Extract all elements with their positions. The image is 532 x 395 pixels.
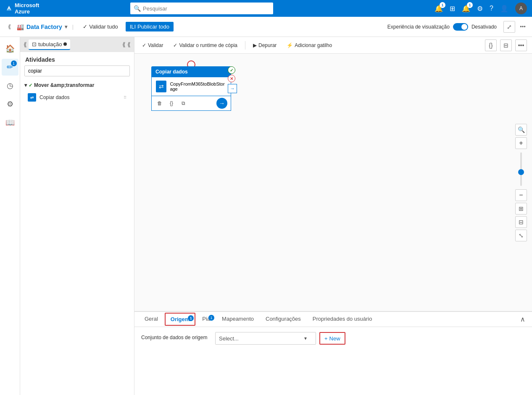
- new-btn-label: New: [329, 335, 340, 342]
- pipeline-modified-dot: [63, 42, 67, 46]
- group-check-icon: ✓: [29, 83, 32, 88]
- pipeline-tab[interactable]: ⊡ tubulação: [29, 39, 70, 50]
- search-bar[interactable]: 🔍: [130, 3, 273, 14]
- add-trigger-button[interactable]: ⚡ Adicionar gatilho: [284, 41, 334, 50]
- tab-origem[interactable]: Origem 1: [165, 313, 196, 326]
- canvas-toolbar-right: {} ⊟ •••: [485, 39, 527, 51]
- node-delete-btn[interactable]: 🗑: [155, 99, 164, 108]
- sub-header: ⟪ 🏭 Data Factory ▾ | ✓ Validar tudo ILI …: [0, 17, 532, 37]
- validate-button[interactable]: ✓ Validar: [140, 41, 166, 50]
- source-dataset-label: Conjunto de dados de origem: [141, 332, 208, 340]
- app-brand: 🏭 Data Factory ▾: [17, 24, 67, 30]
- tab-mapeamento[interactable]: Mapeamento: [217, 313, 259, 325]
- activities-panel: ⟪ ⊡ tubulação ⟪ ⟪ Atividades ▾ ✓ Mover &…: [20, 37, 134, 395]
- node-activity-icon: ⇄: [156, 81, 166, 92]
- zoom-search-icon[interactable]: 🔍: [515, 124, 527, 136]
- table-icon[interactable]: ⊟: [500, 39, 512, 51]
- node-json-btn[interactable]: {}: [167, 99, 176, 108]
- trigger-icon: ⚡: [287, 42, 293, 48]
- json-icon[interactable]: {}: [485, 39, 497, 51]
- help-icon[interactable]: ?: [490, 5, 493, 12]
- group-chevron-icon: ▾: [24, 82, 27, 88]
- plus-icon: +: [324, 335, 328, 342]
- zoom-in-button[interactable]: +: [515, 137, 527, 149]
- drag-handle[interactable]: ⠿: [124, 95, 126, 100]
- settings-icon[interactable]: ⚙: [477, 5, 483, 13]
- edit-badge: 1: [11, 60, 17, 66]
- collapse-icon[interactable]: ⟪: [122, 41, 126, 48]
- toolbar-separator: [245, 41, 245, 50]
- copy-data-icon: ⇄: [28, 93, 36, 102]
- more-options-icon[interactable]: •••: [519, 23, 527, 31]
- more-icon[interactable]: •••: [515, 39, 527, 51]
- activity-search-box[interactable]: [20, 65, 134, 80]
- debug-button[interactable]: ▶ Depurar: [250, 41, 279, 50]
- sidebar-item-monitor[interactable]: ◷: [2, 77, 18, 94]
- activity-search-input[interactable]: [24, 65, 130, 76]
- tab-propriedades[interactable]: Propriedades do usuário: [308, 313, 377, 325]
- canvas: Copiar dados ✓ ✕ ⇄ CopyFromM365toBlobSto…: [134, 54, 532, 311]
- sidebar-item-edit[interactable]: ✏ 1: [2, 59, 18, 76]
- new-dataset-button[interactable]: + New: [319, 332, 345, 345]
- node-body: ⇄ CopyFromM365toBlobStorage →: [151, 77, 231, 96]
- zoom-thumb[interactable]: [518, 169, 524, 175]
- factory-icon: 🏭: [17, 24, 24, 30]
- bottom-panel-collapse-btn[interactable]: ∧: [519, 314, 527, 325]
- notification-bell-icon[interactable]: 🔔 1: [435, 5, 443, 13]
- tab-pia[interactable]: Pia 1: [197, 313, 215, 325]
- debug-icon: ▶: [253, 42, 257, 48]
- alert-badge: 1: [467, 2, 473, 8]
- search-input[interactable]: [130, 3, 273, 14]
- top-bar-actions: 🔔 1 ⊞ 🔔 1 ⚙ ? 👤 A: [435, 3, 527, 14]
- node-connect-btn[interactable]: →: [216, 98, 227, 109]
- panel-collapse-icon[interactable]: ⟪: [127, 41, 131, 48]
- notification-badge: 1: [440, 2, 445, 8]
- validate-all-button[interactable]: ✓ Validar tudo: [79, 22, 122, 31]
- canvas-area: ✓ Validar ✓ Validar o runtime de cópia ▶…: [134, 37, 532, 395]
- pipeline-icon: ⊡: [32, 41, 37, 47]
- validate-copy-runtime-button[interactable]: ✓ Validar o runtime de cópia: [171, 41, 240, 50]
- main-layout: 🏠 ✏ 1 ◷ ⚙ 📖 ⟪ ⊡ tubulação ⟪ ⟪ Atividades: [0, 37, 532, 395]
- node-header: Copiar dados ✓ ✕: [151, 66, 231, 77]
- sidebar-item-learn[interactable]: 📖: [2, 114, 18, 131]
- canvas-toolbar: ✓ Validar ✓ Validar o runtime de cópia ▶…: [134, 37, 532, 54]
- copy-data-activity-item[interactable]: ⇄ Copiar dados ⠿: [24, 91, 130, 104]
- tab-configuracoes[interactable]: Configurações: [261, 313, 306, 325]
- toggle-knob: [461, 24, 467, 30]
- user-avatar[interactable]: A: [515, 3, 527, 14]
- node-success-arrow: →: [228, 84, 237, 93]
- zoom-out-button[interactable]: −: [515, 189, 527, 201]
- app-name: Data Factory: [26, 24, 62, 30]
- alert-bell-icon[interactable]: 🔔 1: [462, 5, 470, 13]
- source-dataset-select[interactable]: Select...: [215, 332, 316, 345]
- preview-label: Experiência de visualização: [387, 24, 450, 30]
- maximize-icon[interactable]: ⤢: [503, 21, 515, 33]
- publish-all-button[interactable]: ILI Publicar todo: [126, 22, 174, 31]
- toggle-state-label: Desativado: [471, 24, 497, 30]
- panel-expand-icon[interactable]: ⟪: [24, 41, 27, 48]
- fit-screen-icon[interactable]: ⊞: [515, 203, 527, 215]
- sidebar-item-home[interactable]: 🏠: [2, 40, 18, 57]
- pia-badge: 1: [208, 315, 214, 321]
- top-bar: Microsoft Azure 🔍 🔔 1 ⊞ 🔔 1 ⚙ ? 👤 A: [0, 0, 532, 17]
- activity-group-move: ▾ ✓ Mover &amp;transformar ⇄ Copiar dado…: [20, 80, 134, 104]
- portal-icon[interactable]: ⊞: [450, 5, 455, 13]
- tab-geral[interactable]: Geral: [140, 313, 163, 325]
- expand-icon[interactable]: ⟪: [5, 23, 13, 31]
- node-error-status: ✕: [228, 75, 235, 82]
- validate-copy-icon: ✓: [173, 42, 177, 48]
- app-chevron[interactable]: ▾: [65, 24, 67, 30]
- preview-toggle-section: Experiência de visualização Desativado: [387, 23, 497, 31]
- node-copy-btn[interactable]: ⧉: [179, 99, 188, 108]
- collapse-canvas-icon[interactable]: ⤡: [515, 230, 527, 241]
- activity-group-header[interactable]: ▾ ✓ Mover &amp;transformar: [24, 80, 130, 91]
- sidebar-item-manage[interactable]: ⚙: [2, 96, 18, 112]
- zoom-slider[interactable]: [520, 152, 522, 186]
- preview-toggle-switch[interactable]: [453, 23, 468, 31]
- panel-actions: ⟪ ⟪: [122, 41, 131, 48]
- grid-icon[interactable]: ⊟: [515, 216, 527, 228]
- azure-logo-text: Microsoft Azure: [15, 2, 47, 15]
- azure-logo: Microsoft Azure: [5, 2, 47, 15]
- validate-check-icon: ✓: [142, 42, 146, 48]
- account-icon[interactable]: 👤: [500, 5, 508, 13]
